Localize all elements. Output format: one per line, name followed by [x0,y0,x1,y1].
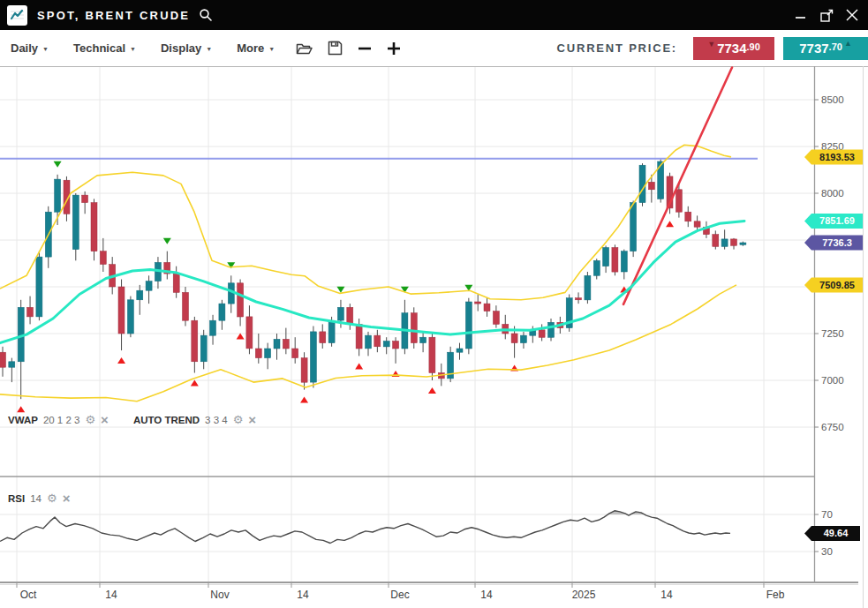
chart-area: 8500825080007250700067507030Oct14Nov14De… [0,66,868,608]
close-indicator-icon[interactable]: × [248,413,256,426]
svg-text:6750: 6750 [821,422,844,432]
zoom-in-icon[interactable] [387,41,401,56]
rsi-indicator-legend: RSI 14 ⚙ × [8,492,70,505]
search-icon[interactable] [199,8,213,22]
svg-text:14: 14 [660,589,673,601]
svg-text:8193.53: 8193.53 [819,152,855,162]
svg-text:7736.3: 7736.3 [822,237,852,248]
svg-text:Dec: Dec [390,589,409,601]
indicator-legend-row: VWAP 20 1 2 3 ⚙ × AUTO TREND 3 3 4 ⚙ × [8,413,275,426]
timeframe-dropdown-label: Daily [11,41,38,55]
svg-text:30: 30 [821,546,833,557]
gear-icon[interactable]: ⚙ [85,414,95,425]
svg-text:8500: 8500 [821,94,844,105]
technical-dropdown[interactable]: Technical ▼ [73,41,136,55]
svg-text:2025: 2025 [572,589,596,601]
timeframe-dropdown[interactable]: Daily ▼ [11,41,49,55]
close-icon[interactable] [845,8,859,22]
ask-price-int: 7737 [799,41,828,56]
svg-text:7000: 7000 [821,375,844,386]
rsi-params: 14 [30,493,42,504]
auto-trend-label: AUTO TREND [133,415,200,425]
ask-price-dec: .70 [829,41,842,52]
svg-text:7851.69: 7851.69 [819,215,855,226]
svg-text:14: 14 [105,589,117,601]
toolbar: Daily ▼ Technical ▼ Display ▼ More ▼ [0,30,868,66]
save-icon[interactable] [328,41,343,56]
chevron-down-icon: ▼ [268,46,275,52]
bid-price-badge: ▼7734.90 [693,37,774,60]
chevron-down-icon: ▼ [42,46,49,52]
window-title: SPOT, BRENT CRUDE [37,9,190,22]
trading-chart-window: SPOT, BRENT CRUDE [0,0,868,608]
svg-text:49.64: 49.64 [824,528,849,538]
auto-trend-indicator-legend: AUTO TREND 3 3 4 ⚙ × [133,413,256,426]
gear-icon[interactable]: ⚙ [233,414,244,425]
window-controls [794,8,859,22]
chevron-down-icon: ▼ [206,46,212,52]
svg-text:Nov: Nov [210,589,229,601]
svg-text:Oct: Oct [20,589,37,601]
price-chart-canvas[interactable]: 8500825080007250700067507030Oct14Nov14De… [0,66,868,608]
arrow-up-icon: ▲ [844,40,852,48]
app-logo [7,5,27,26]
svg-text:7509.85: 7509.85 [819,280,855,290]
vwap-params: 20 1 2 3 [43,415,80,425]
svg-text:Feb: Feb [766,589,785,601]
price-tags: 8193.537851.697736.37509.8549.64 [804,149,863,540]
svg-text:14: 14 [480,589,493,601]
candle-bodies [0,161,746,382]
gear-icon[interactable]: ⚙ [47,492,57,504]
close-indicator-icon[interactable]: × [63,492,71,505]
more-dropdown-label: More [237,41,264,55]
open-folder-icon[interactable] [296,41,313,56]
more-dropdown[interactable]: More ▼ [237,41,275,55]
svg-text:14: 14 [297,589,309,601]
display-dropdown-label: Display [161,41,201,55]
minimize-icon[interactable] [794,8,808,22]
technical-dropdown-label: Technical [73,41,125,55]
display-dropdown[interactable]: Display ▼ [161,41,212,55]
line-chart-logo-icon [9,7,26,24]
arrow-down-icon: ▼ [707,41,715,49]
vwap-indicator-legend: VWAP 20 1 2 3 ⚙ × [8,413,109,426]
vwap-label: VWAP [8,415,38,425]
close-indicator-icon[interactable]: × [101,413,109,426]
current-price-label: CURRENT PRICE: [557,41,677,55]
bid-price-dec: .90 [747,41,760,52]
ask-price-badge: 7737.70▲ [783,37,868,60]
title-bar: SPOT, BRENT CRUDE [0,0,868,30]
restore-window-icon[interactable] [819,8,834,22]
bid-price-int: 7734 [717,41,746,56]
zoom-out-icon[interactable] [358,41,372,56]
svg-text:70: 70 [821,509,833,520]
chevron-down-icon: ▼ [130,46,136,52]
svg-text:8000: 8000 [821,188,844,199]
svg-text:7250: 7250 [821,328,844,339]
auto-trend-params: 3 3 4 [205,415,228,425]
rsi-line [0,511,730,544]
rsi-label: RSI [8,493,25,504]
